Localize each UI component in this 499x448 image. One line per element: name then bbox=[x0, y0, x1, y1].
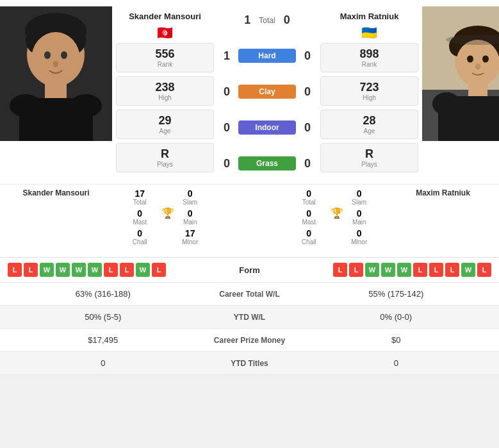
svg-point-6 bbox=[31, 32, 80, 86]
svg-point-12 bbox=[10, 94, 42, 117]
player-left-age-value: 29 bbox=[119, 114, 211, 128]
left-slam-lbl: Slam bbox=[168, 199, 213, 206]
left-stats-grid: 17 Total 0 Slam 0 Mast 🏆 0 Main 0 bbox=[112, 188, 218, 251]
player-left-photo bbox=[0, 6, 112, 141]
stats-right-val: 0 bbox=[301, 358, 492, 368]
right-slam-lbl: Slam bbox=[337, 199, 382, 206]
player-right-photo bbox=[422, 6, 499, 141]
total-label: Total bbox=[259, 16, 275, 25]
grass-right-score: 0 bbox=[301, 157, 314, 170]
stats-row: $17,495 Career Prize Money $0 bbox=[0, 329, 499, 352]
player-left-rank-label: Rank bbox=[119, 61, 211, 68]
player-right-age-value: 28 bbox=[323, 114, 415, 128]
left-main-lbl: Main bbox=[168, 219, 213, 226]
right-name-below-spacer: Maxim Ratniuk bbox=[387, 188, 499, 251]
player-right-high-value: 723 bbox=[323, 81, 415, 94]
stats-left-val: 63% (316-188) bbox=[8, 289, 199, 299]
right-bottom-stats: 0 Total 0 Slam 0 Mast 🏆 0 Main 0 bbox=[281, 188, 387, 251]
stats-center-label: Career Prize Money bbox=[199, 336, 301, 345]
stats-row: 50% (5-5) YTD W/L 0% (0-0) bbox=[0, 306, 499, 329]
form-badge-right: L bbox=[429, 263, 443, 277]
form-badge-left: L bbox=[8, 263, 22, 277]
right-total-lbl: Total bbox=[286, 199, 332, 206]
right-stats-grid: 0 Total 0 Slam 0 Mast 🏆 0 Main 0 bbox=[281, 188, 387, 251]
hard-row: 1 Hard 0 bbox=[220, 49, 314, 63]
right-total-cell: 0 Total bbox=[286, 188, 332, 206]
svg-point-8 bbox=[61, 51, 67, 59]
indoor-right-score: 0 bbox=[301, 121, 314, 135]
form-badge-left: L bbox=[104, 263, 118, 277]
player-right-info: Maxim Ratniuk 🇺🇦 898 Rank 723 High 28 Ag… bbox=[316, 6, 422, 178]
stats-row: 0 YTD Titles 0 bbox=[0, 352, 499, 375]
left-chall-cell: 0 Chall bbox=[117, 228, 163, 245]
player-right-rank-box: 898 Rank bbox=[320, 43, 418, 72]
left-bottom-stats: 17 Total 0 Slam 0 Mast 🏆 0 Main 0 bbox=[112, 188, 218, 251]
total-row: 1 Total 0 bbox=[241, 13, 293, 27]
left-form-badges: LLWWWWLLWL bbox=[8, 263, 199, 277]
player-right-flag: 🇺🇦 bbox=[361, 25, 377, 40]
stats-center-label: YTD Titles bbox=[199, 359, 301, 368]
form-badge-right: W bbox=[397, 263, 411, 277]
player-left-high-value: 238 bbox=[119, 81, 211, 94]
form-badge-right: L bbox=[477, 263, 491, 277]
player-left-name: Skander Mansouri bbox=[129, 12, 201, 21]
player-left-flag: 🇹🇳 bbox=[157, 25, 173, 40]
form-badge-left: L bbox=[152, 263, 166, 277]
left-main-val: 0 bbox=[168, 208, 213, 219]
clay-row: 0 Clay 0 bbox=[220, 85, 314, 99]
left-mast-val: 0 bbox=[117, 208, 163, 219]
player-right-age-label: Age bbox=[323, 128, 415, 135]
svg-rect-25 bbox=[468, 82, 487, 96]
left-minor-lbl: Minor bbox=[168, 238, 213, 245]
grass-row: 0 Grass 0 bbox=[220, 156, 314, 170]
player-right-plays-box: R Plays bbox=[320, 143, 418, 172]
form-badge-left: W bbox=[56, 263, 70, 277]
left-total-lbl: Total bbox=[117, 199, 163, 206]
right-minor-cell: 0 Minor bbox=[337, 228, 382, 245]
form-badge-right: L bbox=[445, 263, 459, 277]
player-left-info: Skander Mansouri 🇹🇳 556 Rank 238 High 29… bbox=[112, 6, 218, 178]
stats-left-val: 0 bbox=[8, 358, 199, 368]
left-mast-cell: 0 Mast bbox=[117, 208, 163, 226]
player-right-name-below: Maxim Ratniuk bbox=[387, 188, 499, 200]
form-badge-left: W bbox=[72, 263, 86, 277]
form-badge-right: W bbox=[365, 263, 379, 277]
svg-point-24 bbox=[475, 63, 480, 70]
stats-center-label: Career Total W/L bbox=[199, 290, 301, 299]
form-badge-right: L bbox=[413, 263, 427, 277]
right-mast-val: 0 bbox=[286, 208, 332, 219]
hard-right-score: 0 bbox=[301, 49, 314, 63]
form-badge-right: W bbox=[461, 263, 475, 277]
right-mast-lbl: Mast bbox=[286, 219, 332, 226]
right-total-val: 0 bbox=[286, 188, 332, 199]
player-left-high-label: High bbox=[119, 94, 211, 101]
clay-badge: Clay bbox=[238, 85, 296, 99]
bottom-section: LLWWWWLLWL Form LLWWWLLLWL 63% (316-188)… bbox=[0, 257, 499, 375]
player-stats-row: Skander Mansouri 17 Total 0 Slam 0 Mast … bbox=[0, 184, 499, 251]
right-slam-cell: 0 Slam bbox=[337, 188, 382, 206]
left-total-cell: 17 Total bbox=[117, 188, 163, 206]
player-left-age-label: Age bbox=[119, 128, 211, 135]
left-chall-lbl: Chall bbox=[117, 238, 163, 245]
svg-point-22 bbox=[467, 56, 473, 63]
left-trophy-icon: 🏆 bbox=[161, 207, 174, 219]
total-left-score: 1 bbox=[241, 13, 254, 27]
player-right-high-box: 723 High bbox=[320, 76, 418, 106]
right-chall-lbl: Chall bbox=[286, 238, 332, 245]
svg-point-23 bbox=[482, 56, 489, 63]
player-right-rank-value: 898 bbox=[323, 47, 415, 61]
right-chall-val: 0 bbox=[286, 228, 332, 238]
center-match-stats: 1 Total 0 1 Hard 0 0 Clay 0 0 Indoor 0 bbox=[218, 6, 316, 178]
svg-rect-10 bbox=[45, 82, 67, 98]
right-minor-val: 0 bbox=[337, 228, 382, 238]
left-slam-val: 0 bbox=[168, 188, 213, 199]
grass-left-score: 0 bbox=[220, 157, 233, 170]
form-badge-right: L bbox=[333, 263, 347, 277]
stats-left-val: $17,495 bbox=[8, 335, 199, 345]
hard-badge: Hard bbox=[238, 49, 296, 63]
left-total-val: 17 bbox=[117, 188, 163, 199]
indoor-row: 0 Indoor 0 bbox=[220, 120, 314, 135]
form-badge-left: L bbox=[24, 263, 38, 277]
grass-badge: Grass bbox=[238, 156, 296, 170]
total-right-score: 0 bbox=[281, 13, 293, 27]
